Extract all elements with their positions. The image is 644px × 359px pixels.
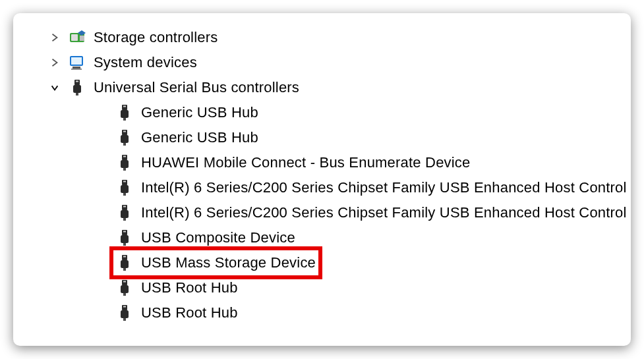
tree-node-label: System devices (94, 50, 197, 75)
tree-node-label: Generic USB Hub (141, 100, 258, 125)
tree-node[interactable]: USB Composite Device (13, 225, 631, 250)
tree-node-label: USB Root Hub (141, 275, 238, 300)
tree-node-label: Intel(R) 6 Series/C200 Series Chipset Fa… (141, 200, 627, 225)
usb-icon (116, 279, 133, 296)
usb-icon (116, 129, 133, 146)
tree-node-label: USB Composite Device (141, 225, 295, 250)
tree-node-label: Universal Serial Bus controllers (94, 75, 299, 100)
tree-node[interactable]: System devices (13, 50, 631, 75)
chevron-down-icon[interactable] (47, 83, 62, 92)
usb-icon (116, 104, 133, 121)
usb-icon (116, 179, 133, 196)
tree-node[interactable]: Storage controllers (13, 25, 631, 50)
tree-node[interactable]: USB Root Hub (13, 275, 631, 300)
usb-icon (69, 79, 86, 96)
usb-icon (116, 229, 133, 246)
tree-node[interactable]: Generic USB Hub (13, 125, 631, 150)
tree-node-label: USB Mass Storage Device (141, 250, 316, 275)
tree-node[interactable]: Intel(R) 6 Series/C200 Series Chipset Fa… (13, 200, 631, 225)
system-device-icon (69, 54, 86, 71)
usb-icon (116, 204, 133, 221)
tree-node[interactable]: Generic USB Hub (13, 100, 631, 125)
tree-node-label: HUAWEI Mobile Connect - Bus Enumerate De… (141, 150, 471, 175)
tree-node[interactable]: USB Root Hub (13, 300, 631, 325)
chevron-right-icon[interactable] (47, 58, 62, 67)
storage-controller-icon (69, 29, 86, 46)
tree-node-label: USB Root Hub (141, 300, 238, 325)
tree-node[interactable]: USB Mass Storage Device (13, 250, 631, 275)
chevron-right-icon[interactable] (47, 33, 62, 42)
device-manager-panel: Storage controllersSystem devicesUnivers… (13, 13, 631, 346)
tree-node-label: Intel(R) 6 Series/C200 Series Chipset Fa… (141, 175, 627, 200)
tree-node[interactable]: HUAWEI Mobile Connect - Bus Enumerate De… (13, 150, 631, 175)
usb-icon (116, 154, 133, 171)
usb-icon (116, 254, 133, 271)
tree-node-label: Generic USB Hub (141, 125, 258, 150)
tree-node[interactable]: Intel(R) 6 Series/C200 Series Chipset Fa… (13, 175, 631, 200)
usb-icon (116, 304, 133, 321)
tree-node[interactable]: Universal Serial Bus controllers (13, 75, 631, 100)
tree-node-label: Storage controllers (94, 25, 218, 50)
device-tree[interactable]: Storage controllersSystem devicesUnivers… (13, 25, 631, 325)
